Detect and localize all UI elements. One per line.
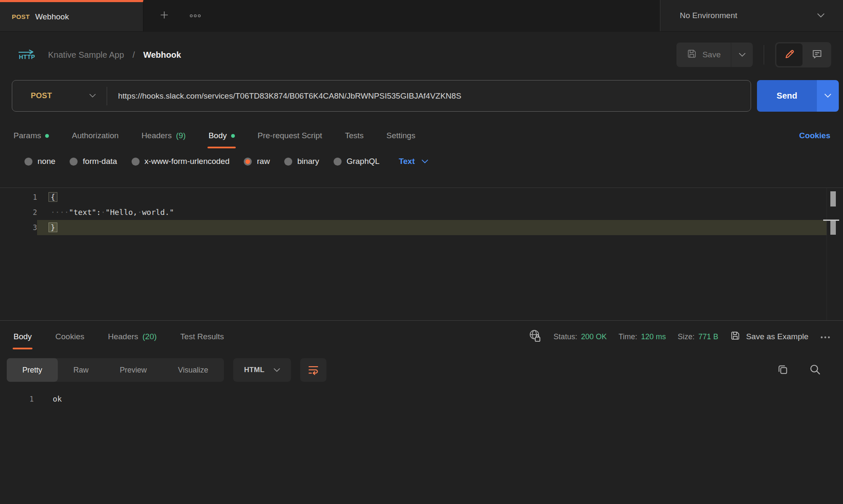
body-type-raw[interactable]: raw	[244, 157, 270, 166]
tab-label: Test Results	[180, 332, 224, 341]
save-options-button[interactable]	[731, 43, 753, 67]
radio-selected-icon	[244, 158, 252, 166]
send-button[interactable]: Send	[757, 80, 817, 112]
wrap-text-icon	[307, 363, 320, 377]
tab-authorization[interactable]: Authorization	[71, 124, 119, 147]
response-options-button[interactable]	[820, 334, 830, 340]
copy-response-button[interactable]	[777, 364, 789, 377]
save-icon	[730, 330, 741, 343]
size-badge[interactable]: Size: 771 B	[678, 332, 718, 341]
wrap-lines-button[interactable]	[300, 358, 326, 382]
editor-overview-cursor-bar	[830, 221, 836, 235]
tab-options-button[interactable]	[189, 13, 201, 19]
request-body-editor[interactable]: 1 { 2 ····"text":·"Hello,·world." 3 }	[0, 188, 843, 320]
request-tabs: Params Authorization Headers (9) Body Pr…	[0, 123, 843, 148]
headers-count: (9)	[176, 131, 186, 140]
tab-body[interactable]: Body	[207, 124, 235, 147]
workspace-tab-bar: POST Webhook No Environment	[0, 0, 843, 32]
status-badge[interactable]: Status: 200 OK	[554, 332, 607, 341]
body-type-graphql[interactable]: GraphQL	[334, 157, 380, 166]
method-selector[interactable]: POST	[12, 91, 107, 100]
postman-window: POST Webhook No Environment	[0, 0, 843, 504]
chevron-down-icon	[817, 12, 824, 19]
cookies-link[interactable]: Cookies	[799, 131, 830, 140]
response-tab-test-results[interactable]: Test Results	[180, 325, 225, 349]
environment-selector[interactable]: No Environment	[660, 0, 843, 31]
view-raw[interactable]: Raw	[58, 358, 104, 382]
more-options-icon	[820, 334, 830, 340]
breadcrumb-separator: /	[132, 50, 135, 60]
body-type-binary[interactable]: binary	[284, 157, 319, 166]
view-visualize[interactable]: Visualize	[162, 358, 224, 382]
response-pane: Body Cookies Headers (20) Test Results	[0, 320, 843, 406]
response-tab-cookies[interactable]: Cookies	[54, 325, 85, 349]
tab-title: Webhook	[35, 12, 69, 21]
raw-format-selector[interactable]: Text	[399, 157, 428, 166]
chevron-down-icon	[824, 93, 831, 99]
editor-scroll-gutter	[827, 188, 827, 320]
green-dot-indicator	[231, 134, 235, 138]
tab-label: Tests	[345, 131, 364, 140]
tab-headers[interactable]: Headers (9)	[140, 124, 186, 147]
view-pretty[interactable]: Pretty	[7, 358, 58, 382]
breadcrumb-collection[interactable]: Knative Sample App	[48, 50, 124, 60]
edit-mode-button[interactable]	[776, 43, 803, 66]
radio-icon	[132, 158, 140, 166]
edit-mode-toggle-group	[775, 42, 831, 67]
response-toolbar: Pretty Raw Preview Visualize HTML	[0, 353, 843, 387]
request-header: HTTP Knative Sample App / Webhook Save	[0, 32, 843, 78]
url-input[interactable]	[107, 91, 751, 101]
tab-label: Body	[208, 131, 226, 140]
response-headers-count: (20)	[143, 332, 157, 341]
editor-scrollbar-thumb[interactable]	[830, 191, 836, 206]
save-button[interactable]: Save	[676, 43, 731, 67]
response-tab-body[interactable]: Body	[13, 325, 32, 349]
send-button-group: Send	[757, 80, 839, 112]
search-response-button[interactable]	[809, 363, 821, 377]
response-tabs: Body Cookies Headers (20) Test Results	[13, 325, 225, 349]
open-request-tab[interactable]: POST Webhook	[0, 0, 143, 31]
comment-icon	[811, 48, 823, 62]
tab-label: Authorization	[72, 131, 119, 140]
save-icon	[687, 48, 697, 61]
response-format-selector[interactable]: HTML	[233, 358, 291, 382]
body-type-form-data[interactable]: form-data	[70, 157, 117, 166]
tab-label: Body	[13, 332, 32, 341]
status-label: Status:	[554, 332, 577, 341]
network-globe-lock-icon[interactable]	[528, 329, 542, 345]
breadcrumb-request-name[interactable]: Webhook	[143, 50, 181, 60]
time-value: 120 ms	[641, 332, 666, 341]
body-type-x-www-form-urlencoded[interactable]: x-www-form-urlencoded	[132, 157, 230, 166]
response-tab-headers[interactable]: Headers (20)	[107, 325, 158, 349]
save-button-label: Save	[703, 50, 721, 59]
editor-line-2: 2 ····"text":·"Hello,·world."	[0, 205, 843, 220]
tab-pre-request-script[interactable]: Pre-request Script	[257, 124, 323, 147]
url-bar: POST	[12, 80, 751, 112]
size-label: Size:	[678, 332, 695, 341]
tab-params[interactable]: Params	[13, 124, 50, 147]
save-as-example-label: Save as Example	[746, 332, 808, 341]
view-preview[interactable]: Preview	[104, 358, 162, 382]
new-tab-button[interactable]	[159, 10, 169, 21]
chevron-down-icon	[274, 367, 280, 373]
save-as-example-button[interactable]: Save as Example	[730, 330, 808, 343]
line-number: 1	[0, 392, 34, 406]
tab-label: Params	[13, 131, 41, 140]
time-badge[interactable]: Time: 120 ms	[619, 332, 666, 341]
tab-tests[interactable]: Tests	[344, 124, 364, 147]
request-header-actions: Save	[676, 42, 831, 67]
comments-button[interactable]	[804, 43, 830, 66]
tab-label: Headers	[141, 131, 172, 140]
editor-line-1: 1 {	[0, 190, 843, 205]
vertical-divider	[764, 45, 764, 64]
chevron-down-icon	[89, 93, 96, 99]
tab-settings[interactable]: Settings	[385, 124, 416, 147]
plus-icon	[159, 10, 169, 21]
more-options-icon	[189, 13, 201, 19]
search-icon	[809, 363, 821, 377]
response-view-switcher: Pretty Raw Preview Visualize	[7, 358, 224, 382]
send-options-button[interactable]	[817, 80, 839, 112]
body-type-none[interactable]: none	[24, 157, 55, 166]
size-value: 771 B	[698, 332, 718, 341]
radio-icon	[284, 158, 292, 166]
